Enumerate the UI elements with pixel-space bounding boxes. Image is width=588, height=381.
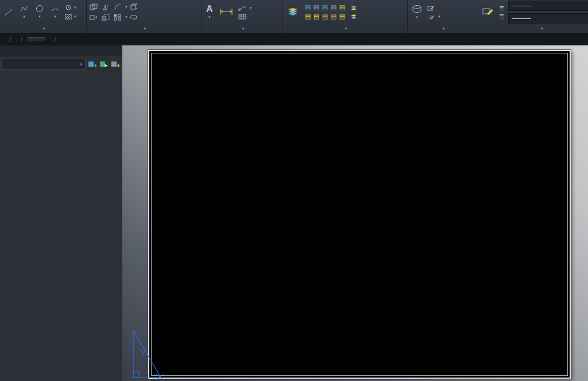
scale-button[interactable] bbox=[102, 14, 111, 21]
make-current-button[interactable] bbox=[350, 5, 359, 11]
text-icon: A bbox=[206, 5, 213, 13]
block-panel-label[interactable]: ▾ bbox=[408, 24, 478, 33]
match-properties-button[interactable] bbox=[481, 7, 495, 17]
match-properties-icon bbox=[482, 7, 494, 16]
properties-palette: ▾ + ➤ + bbox=[0, 45, 123, 381]
ribbon: ▾ ▾ ▾ ▾ ▾ ▾ ▾ ▾ bbox=[0, 0, 588, 33]
stretch-button[interactable] bbox=[90, 14, 99, 21]
ribbon-panel-modify: ▾ ▾ ▾ bbox=[87, 0, 202, 33]
layer-state-icons: ▤ ▤ ▤ ▤ ▤ ▤ ▤ ▤ ▤ ▤ bbox=[304, 3, 346, 21]
dimension-icon bbox=[219, 7, 233, 16]
layer-lock-icon[interactable]: ▤ bbox=[330, 3, 338, 12]
text-button[interactable]: A ▾ bbox=[205, 5, 214, 20]
lineweight-icons: ≣≣ bbox=[499, 6, 504, 18]
leader-button[interactable]: ▾ bbox=[238, 5, 252, 11]
arc-icon bbox=[51, 5, 60, 13]
ribbon-panel-block: ▾ ▾ ▾ bbox=[408, 0, 478, 33]
layer-on-icon[interactable]: ▤ bbox=[304, 13, 312, 21]
draw-panel-label[interactable]: ▾ bbox=[0, 24, 86, 33]
modify-panel-label[interactable]: ▾ bbox=[87, 24, 202, 33]
line-icon bbox=[4, 8, 13, 16]
table-button[interactable] bbox=[238, 14, 252, 20]
edit-attributes-button[interactable]: ▾ bbox=[427, 14, 440, 20]
ribbon-panel-properties: ≣≣ ▾ ▾ ▾ bbox=[478, 0, 588, 33]
arc-button[interactable]: ▾ bbox=[49, 5, 61, 20]
tab-separator: / bbox=[54, 35, 56, 44]
block-edit-button[interactable] bbox=[427, 5, 440, 11]
layer-properties-button[interactable] bbox=[286, 7, 300, 17]
annotation-panel-label[interactable]: ▾ bbox=[202, 24, 283, 33]
ribbon-panel-layers: ▤ ▤ ▤ ▤ ▤ ▤ ▤ ▤ ▤ ▤ ▾ bbox=[283, 0, 408, 33]
layers-panel-label[interactable]: ▾ bbox=[283, 24, 407, 33]
quick-select-icon[interactable]: + bbox=[111, 60, 120, 68]
layer-unlock-icon[interactable]: ▤ bbox=[330, 13, 338, 21]
insert-button[interactable]: ▾ bbox=[411, 5, 423, 20]
match-layer-button[interactable] bbox=[350, 14, 359, 20]
tab-separator: / bbox=[9, 35, 11, 44]
layer-thaw-icon[interactable]: ▤ bbox=[312, 13, 320, 21]
layer-freeze-icon[interactable]: ▤ bbox=[304, 3, 312, 12]
map-viewport bbox=[149, 51, 567, 375]
layer-properties-icon bbox=[287, 7, 299, 16]
select-objects-icon[interactable]: ➤ bbox=[99, 60, 109, 68]
ellipse-tool-button[interactable]: ▾ bbox=[65, 5, 76, 11]
line-sample bbox=[512, 18, 531, 19]
layer-isolate-icon[interactable]: ▤ bbox=[312, 3, 320, 12]
stray-triangle-drawing bbox=[127, 327, 165, 381]
array-button[interactable]: ▾ bbox=[114, 14, 127, 21]
tab-ny-county[interactable] bbox=[26, 37, 46, 41]
layout-sheet[interactable] bbox=[148, 50, 571, 379]
copy-button[interactable] bbox=[90, 3, 99, 10]
circle-icon bbox=[35, 5, 44, 13]
layer-off-icon[interactable]: ▤ bbox=[321, 3, 329, 12]
fillet-button[interactable]: ▾ bbox=[114, 3, 127, 10]
layout-canvas[interactable] bbox=[122, 45, 588, 381]
ribbon-panel-draw: ▾ ▾ ▾ ▾ ▾ ▾ bbox=[0, 0, 87, 33]
color-dropdown[interactable]: ▾ bbox=[508, 1, 588, 11]
tab-separator: / bbox=[21, 35, 23, 44]
toggle-pickadd-icon[interactable]: + bbox=[88, 60, 97, 68]
palette-title bbox=[0, 45, 122, 56]
selection-dropdown[interactable]: ▾ bbox=[1, 59, 86, 70]
hatch-tool-button[interactable]: ▾ bbox=[65, 14, 76, 20]
layer-walk-icon[interactable]: ▤ bbox=[338, 3, 346, 12]
dimension-button[interactable] bbox=[218, 7, 234, 17]
mirror-button[interactable] bbox=[102, 3, 111, 10]
ribbon-panel-annotation: A ▾ ▾ ▾ bbox=[202, 0, 283, 33]
polyline-icon bbox=[20, 5, 29, 13]
layer-unisolate-icon[interactable]: ▤ bbox=[321, 13, 329, 21]
layer-merge-icon[interactable]: ▤ bbox=[338, 13, 346, 21]
line-button[interactable] bbox=[3, 8, 14, 17]
line-sample bbox=[512, 6, 531, 6]
file-tab-bar: / / / bbox=[0, 33, 588, 45]
polyline-button[interactable]: ▾ bbox=[18, 5, 30, 20]
insert-icon bbox=[412, 5, 422, 13]
box-tool-icon[interactable] bbox=[130, 3, 137, 10]
paperclip-icon[interactable] bbox=[130, 14, 137, 21]
properties-panel-label[interactable]: ▾ bbox=[478, 24, 588, 33]
circle-button[interactable]: ▾ bbox=[34, 5, 45, 20]
linetype-dropdown[interactable]: ▾ bbox=[508, 13, 588, 24]
